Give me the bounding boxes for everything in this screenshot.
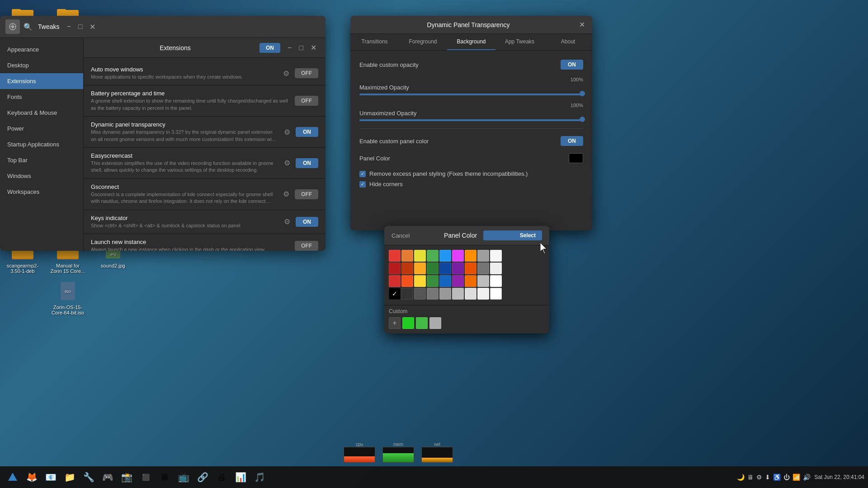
- dpt-hide-corners-checkbox[interactable]: ✓: [359, 181, 366, 188]
- sidebar-item-keyboard-mouse[interactable]: Keyboard & Mouse: [0, 105, 83, 121]
- dpt-remove-excess-checkbox[interactable]: ✓: [359, 171, 366, 177]
- desktop-file-zorin-iso[interactable]: ISO Zorin-OS-15-Core-64-bit.iso: [50, 281, 86, 315]
- extension-gsconnect-gear[interactable]: ⚙: [281, 188, 291, 200]
- cp-cancel-btn[interactable]: Cancel: [392, 232, 438, 239]
- cp-swatch-mgray4b[interactable]: [439, 288, 451, 300]
- cp-swatch-blue2[interactable]: [439, 263, 451, 274]
- cp-swatch-black-selected[interactable]: [389, 288, 401, 300]
- cp-swatch-orange1[interactable]: [401, 250, 413, 262]
- dpt-enable-custom-opacity-btn[interactable]: ON: [561, 60, 583, 70]
- taskbar-chart-icon[interactable]: 📊: [231, 468, 250, 486]
- cp-swatch-green2[interactable]: [427, 263, 439, 274]
- taskbar-files-icon[interactable]: 📁: [61, 468, 79, 486]
- extensions-maximize-btn[interactable]: □: [297, 42, 305, 53]
- cp-swatch-purple3[interactable]: [452, 275, 464, 287]
- cp-swatch-green1[interactable]: [427, 250, 439, 262]
- cp-swatch-blue1[interactable]: [439, 250, 451, 262]
- sidebar-item-windows[interactable]: Windows: [0, 168, 83, 184]
- cp-swatch-orange3[interactable]: [401, 275, 413, 287]
- cp-swatch-lgray4b[interactable]: [465, 288, 476, 300]
- dpt-tab-about[interactable]: About: [544, 34, 592, 50]
- dpt-close-btn[interactable]: ✕: [579, 20, 585, 29]
- extension-gsconnect-toggle[interactable]: OFF: [295, 189, 318, 199]
- extensions-close-btn[interactable]: ✕: [309, 42, 318, 53]
- taskbar-terminal-icon[interactable]: ⬛: [137, 468, 155, 486]
- cp-select-btn[interactable]: Select: [483, 230, 542, 240]
- taskbar-volume-icon[interactable]: 🔊: [803, 474, 811, 481]
- tweaks-search-icon[interactable]: 🔍: [24, 23, 33, 31]
- extension-easyscreencast-gear[interactable]: ⚙: [282, 157, 292, 169]
- sidebar-item-power[interactable]: Power: [0, 121, 83, 136]
- taskbar-camera-icon[interactable]: 📸: [118, 468, 136, 486]
- extension-keys-indicator-toggle[interactable]: ON: [296, 217, 318, 227]
- cp-swatch-ltgray1[interactable]: [490, 250, 502, 262]
- cp-swatch-gray3[interactable]: [477, 275, 489, 287]
- cp-add-custom-btn[interactable]: +: [389, 317, 401, 329]
- cp-swatch-purple1[interactable]: [452, 250, 464, 262]
- taskbar-link-icon[interactable]: 🔗: [193, 468, 212, 486]
- taskbar-firefox-icon[interactable]: 🦊: [23, 468, 41, 486]
- cp-swatch-blue3[interactable]: [439, 275, 451, 287]
- extension-battery-toggle[interactable]: OFF: [295, 96, 318, 106]
- taskbar-settings-icon[interactable]: 🔧: [80, 468, 98, 486]
- extension-easyscreencast-toggle[interactable]: ON: [296, 158, 318, 168]
- cp-swatch-mgray4a[interactable]: [427, 288, 439, 300]
- dpt-tab-background[interactable]: Background: [447, 34, 495, 50]
- cp-custom-swatch-1[interactable]: [402, 317, 414, 329]
- taskbar-night-mode-icon[interactable]: 🌙: [737, 474, 745, 481]
- taskbar-screen-icon[interactable]: 🖥: [747, 474, 754, 481]
- taskbar-accessibility-icon[interactable]: ♿: [773, 474, 781, 481]
- dpt-tab-foreground[interactable]: Foreground: [399, 34, 447, 50]
- cp-swatch-near-white[interactable]: [477, 288, 489, 300]
- extension-dpt-toggle[interactable]: ON: [296, 127, 318, 137]
- cp-custom-swatch-2[interactable]: [416, 317, 428, 329]
- sidebar-item-desktop[interactable]: Desktop: [0, 57, 83, 73]
- sidebar-item-workspaces[interactable]: Workspaces: [0, 184, 83, 200]
- tweaks-minimize-btn[interactable]: −: [65, 22, 72, 32]
- sidebar-item-appearance[interactable]: Appearance: [0, 42, 83, 57]
- cp-swatch-green3[interactable]: [427, 275, 439, 287]
- sidebar-item-extensions[interactable]: Extensions: [0, 73, 83, 89]
- taskbar-music-icon[interactable]: 🎵: [250, 468, 269, 486]
- cp-swatch-deeporange2[interactable]: [401, 263, 413, 274]
- cp-swatch-dgray4b[interactable]: [414, 288, 426, 300]
- tweaks-maximize-btn[interactable]: □: [76, 22, 85, 32]
- taskbar-power-icon[interactable]: ⏻: [783, 474, 790, 481]
- taskbar-zorin-icon[interactable]: [4, 468, 22, 486]
- cp-swatch-dgray4a[interactable]: [401, 288, 413, 300]
- taskbar-print-icon[interactable]: 🖨: [212, 468, 231, 486]
- cp-swatch-amber1[interactable]: [465, 250, 476, 262]
- cp-swatch-ltgray2[interactable]: [490, 263, 502, 274]
- dpt-unmaximized-opacity-slider[interactable]: [359, 119, 583, 121]
- dpt-tab-app-tweaks[interactable]: App Tweaks: [495, 34, 544, 50]
- extension-keys-indicator-gear[interactable]: ⚙: [282, 216, 292, 228]
- dpt-enable-custom-color-btn[interactable]: ON: [561, 136, 583, 146]
- cp-swatch-red2[interactable]: [389, 263, 401, 274]
- cp-swatch-lgray4a[interactable]: [452, 288, 464, 300]
- taskbar-update-icon[interactable]: ⬇: [765, 474, 770, 481]
- dpt-panel-color-swatch[interactable]: [569, 153, 583, 163]
- taskbar-monitor-icon[interactable]: 🖥: [156, 468, 174, 486]
- taskbar-video-icon[interactable]: 📺: [175, 468, 193, 486]
- cp-swatch-yellow1[interactable]: [414, 250, 426, 262]
- sidebar-item-startup-applications[interactable]: Startup Applications: [0, 136, 83, 152]
- cp-swatch-yellow3[interactable]: [414, 275, 426, 287]
- cp-swatch-gray1[interactable]: [477, 250, 489, 262]
- taskbar-network-icon[interactable]: 📶: [793, 474, 800, 481]
- extension-auto-move-gear[interactable]: ⚙: [281, 67, 291, 80]
- cp-swatch-pure-white[interactable]: [490, 288, 502, 300]
- cp-custom-swatch-3[interactable]: [429, 317, 441, 329]
- cp-swatch-purple2[interactable]: [452, 263, 464, 274]
- cp-swatch-red3[interactable]: [389, 275, 401, 287]
- cp-swatch-white3[interactable]: [490, 275, 502, 287]
- sidebar-item-top-bar[interactable]: Top Bar: [0, 152, 83, 168]
- sidebar-item-fonts[interactable]: Fonts: [0, 89, 83, 105]
- cp-swatch-amber2[interactable]: [465, 263, 476, 274]
- cp-swatch-gray2[interactable]: [477, 263, 489, 274]
- tweaks-close-btn[interactable]: ✕: [88, 22, 97, 32]
- taskbar-mail-icon[interactable]: 📧: [42, 468, 60, 486]
- taskbar-games-icon[interactable]: 🎮: [99, 468, 117, 486]
- taskbar-settings2-icon[interactable]: ⚙: [756, 474, 762, 481]
- extension-dpt-gear[interactable]: ⚙: [282, 126, 292, 138]
- cp-swatch-amber3[interactable]: [465, 275, 476, 287]
